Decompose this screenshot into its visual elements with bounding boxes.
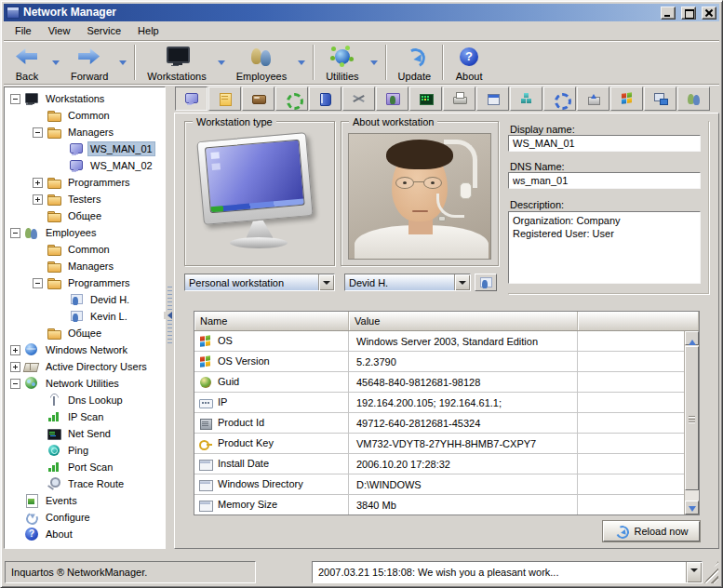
tab-gear-blue[interactable] — [543, 87, 576, 111]
tree-item-ip-scan[interactable]: IP Scan — [5, 408, 165, 425]
employee-card-button[interactable] — [475, 274, 497, 291]
menu-view[interactable]: View — [40, 22, 79, 39]
tree-item-общее[interactable]: Общее — [5, 325, 165, 341]
table-row-windows-directory[interactable]: Windows DirectoryD:\WINDOWS — [194, 474, 699, 495]
toolbar-forward[interactable]: Forward — [63, 43, 115, 82]
tab-cubes[interactable] — [510, 87, 542, 111]
tree-item-about[interactable]: About — [5, 526, 165, 542]
dns-name-field[interactable] — [508, 172, 701, 189]
tab-netcard[interactable] — [409, 87, 442, 111]
minus-toggle-icon[interactable] — [33, 278, 43, 288]
tab-app-window[interactable] — [476, 87, 509, 111]
reload-now-button[interactable]: Reload now — [603, 521, 700, 541]
toolbar-utilities-dropdown[interactable] — [367, 43, 382, 82]
status-dropdown-button[interactable] — [686, 562, 702, 582]
tree-item-port-scan[interactable]: Port Scan — [5, 459, 165, 475]
tab-monitor[interactable] — [175, 87, 208, 111]
splitter-collapse-handle[interactable] — [167, 287, 172, 346]
close-button[interactable] — [702, 7, 716, 20]
toolbar-update[interactable]: Update — [391, 43, 438, 82]
table-scrollbar[interactable] — [684, 331, 699, 514]
table-row-ip[interactable]: IP192.164.200.105; 192.164.61.1; — [194, 393, 699, 413]
tree-item-programmers[interactable]: Programmers — [5, 174, 165, 191]
plus-toggle-icon[interactable] — [33, 178, 43, 188]
minus-toggle-icon[interactable] — [10, 379, 20, 389]
tab-notes[interactable] — [208, 87, 241, 111]
tree-item-dns-lookup[interactable]: Dns Lookup — [5, 392, 165, 408]
column-header-name[interactable]: Name — [194, 312, 349, 330]
table-row-product-key[interactable]: Product KeyVM732-VDYT8-27YHH-8HMB7-CXPY7 — [194, 434, 699, 454]
tree-item-devid-h[interactable]: Devid H. — [5, 291, 165, 308]
toolbar-employees[interactable]: Employees — [229, 43, 294, 82]
tree-item-workstations[interactable]: Workstations — [5, 90, 165, 107]
tab-printer[interactable] — [443, 87, 475, 111]
tree-item-network-utilities[interactable]: Network Utilities — [5, 375, 165, 392]
tab-users-folder[interactable] — [376, 87, 408, 111]
tree-item-active-directory-users[interactable]: Active Directory Users — [5, 358, 165, 375]
menu-file[interactable]: File — [7, 22, 40, 39]
table-row-memory-size[interactable]: Memory Size3840 Mb — [194, 495, 699, 515]
workstation-type-combobox[interactable]: Personal workstation — [184, 274, 335, 291]
tab-disk[interactable] — [242, 87, 274, 111]
menu-service[interactable]: Service — [78, 22, 129, 39]
column-header-value[interactable]: Value — [349, 312, 578, 330]
table-row-product-id[interactable]: Product Id49712-640-2812681-45324 — [194, 413, 699, 434]
minus-toggle-icon[interactable] — [10, 228, 20, 238]
tree-item-employees[interactable]: Employees — [5, 224, 165, 241]
tab-gear-green[interactable] — [275, 87, 308, 111]
toolbar-workstations[interactable]: Workstations — [140, 43, 213, 82]
scroll-down-icon[interactable] — [685, 501, 699, 514]
minimize-button[interactable] — [661, 7, 676, 20]
tab-share[interactable] — [577, 87, 609, 111]
tree-item-configure[interactable]: Configure — [5, 509, 165, 526]
tree-item-events[interactable]: Events — [5, 492, 165, 509]
employee-combobox[interactable]: Devid H. — [344, 274, 471, 291]
table-row-guid[interactable]: Guid45648-840-9812681-98128 — [194, 372, 699, 393]
plus-toggle-icon[interactable] — [10, 345, 20, 355]
tree-item-ws-man-01[interactable]: WS_MAN_01 — [5, 140, 165, 157]
tab-book-blue[interactable] — [309, 87, 341, 111]
toolbar-back-dropdown[interactable] — [48, 43, 63, 82]
tab-users[interactable] — [677, 87, 710, 111]
status-message-combobox[interactable]: 2007.03.21 15:18:08: We wish you a pleas… — [312, 561, 703, 583]
resize-grip[interactable] — [704, 561, 718, 583]
property-value: D:\WINDOWS — [349, 474, 578, 494]
employee-dropdown-button[interactable] — [454, 274, 470, 290]
tree-item-managers[interactable]: Managers — [5, 258, 165, 274]
workstation-type-dropdown-button[interactable] — [318, 274, 334, 290]
maximize-button[interactable] — [681, 7, 696, 20]
scrollbar-thumb[interactable] — [685, 346, 699, 490]
tree-item-net-send[interactable]: Net Send — [5, 425, 165, 442]
table-row-os-version[interactable]: OS Version5.2.3790 — [194, 352, 699, 372]
scroll-up-icon[interactable] — [685, 331, 699, 345]
plus-toggle-icon[interactable] — [33, 194, 43, 205]
minus-toggle-icon[interactable] — [10, 94, 20, 104]
tree-item-common[interactable]: Common — [5, 241, 165, 258]
tree-item-programmers[interactable]: Programmers — [5, 274, 165, 291]
tree-item-ws-man-02[interactable]: WS_MAN_02 — [5, 157, 165, 174]
tree-item-testers[interactable]: Testers — [5, 191, 165, 207]
toolbar-about[interactable]: About — [448, 43, 490, 82]
tree-item-common[interactable]: Common — [5, 107, 165, 124]
toolbar-workstations-dropdown[interactable] — [214, 43, 229, 82]
tab-cables[interactable] — [342, 87, 375, 111]
tree-item-managers[interactable]: Managers — [5, 124, 165, 140]
toolbar-forward-dropdown[interactable] — [115, 43, 130, 82]
menu-help[interactable]: Help — [129, 22, 167, 39]
tree-item-kevin-l[interactable]: Kevin L. — [5, 308, 165, 325]
description-field[interactable]: Organization: Company Registered User: U… — [508, 211, 701, 284]
toolbar-utilities[interactable]: Utilities — [318, 43, 366, 82]
tree-item-windows-network[interactable]: Windows Network — [5, 341, 165, 358]
tree-item-общее[interactable]: Общее — [5, 207, 165, 224]
tab-pc-network[interactable] — [644, 87, 676, 111]
display-name-field[interactable] — [508, 135, 701, 152]
table-row-install-date[interactable]: Install Date2006.10.20 17:28:32 — [194, 454, 699, 474]
toolbar-employees-dropdown[interactable] — [294, 43, 309, 82]
tab-windows-logo[interactable] — [610, 87, 643, 111]
table-row-os[interactable]: OSWindows Server 2003, Standard Edition — [194, 331, 699, 352]
tree-item-trace-route[interactable]: Trace Route — [5, 475, 165, 492]
plus-toggle-icon[interactable] — [10, 362, 20, 372]
tree-item-ping[interactable]: Ping — [5, 442, 165, 459]
toolbar-back[interactable]: Back — [6, 43, 48, 82]
minus-toggle-icon[interactable] — [33, 127, 43, 138]
